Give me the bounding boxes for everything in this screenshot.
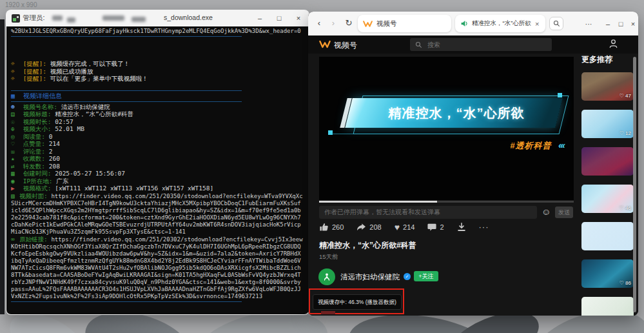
sidebar-scrollbar[interactable] bbox=[633, 57, 636, 312]
annotation-highlight-box bbox=[309, 288, 404, 314]
reminder-text: 视频缓存完成，可以下载了！ bbox=[50, 60, 130, 67]
divider bbox=[11, 301, 242, 302]
back-button[interactable]: ‹ bbox=[313, 17, 325, 29]
recommended-video-thumbnail[interactable]: ♡ 86 bbox=[581, 259, 634, 288]
account-avatar[interactable] bbox=[318, 268, 335, 285]
profile-icon[interactable] bbox=[609, 39, 618, 48]
bulb-icon: ☼ bbox=[11, 75, 19, 83]
section-title: 视频详细信息 bbox=[23, 92, 62, 99]
tab-search-button[interactable] bbox=[549, 17, 563, 30]
detail-value: [xWT111 xWT112 xWT113 xWT156 xWT157 xWT1… bbox=[55, 185, 213, 192]
detail-value: 清远市妇幼保健院 bbox=[61, 103, 110, 110]
detail-value: 精准控水，“水”心所欲#科普 bbox=[55, 110, 133, 117]
terminal-title-admin: 管理员: bbox=[23, 14, 44, 23]
video-detail-row: ★ 收藏数: 260 bbox=[11, 155, 304, 163]
tab-close-icon[interactable]: × bbox=[535, 20, 539, 28]
detail-icon: ♡ bbox=[11, 140, 19, 148]
video-timestamp: 15天前 bbox=[319, 253, 338, 261]
heart-icon: ♥ bbox=[395, 223, 400, 232]
terminal-output[interactable]: %2BUx1JGLSEQRxGBnQryUEyp68FaFjayHksck1TD… bbox=[6, 26, 309, 314]
source-url-line: ∞原始链接: https://finder.video.qq.com/251/2… bbox=[11, 236, 304, 300]
video-title: 精准控水，“水”心所欲#科普 bbox=[319, 240, 416, 251]
like-action[interactable]: 260 bbox=[319, 222, 344, 232]
video-detail-row: ✉ 评论量: 2 bbox=[11, 148, 304, 156]
emoji-button[interactable]: ☺ bbox=[542, 207, 551, 217]
detail-label: 阅读量: bbox=[23, 133, 49, 140]
thumbs-up-icon bbox=[319, 222, 329, 232]
minimize-button[interactable]: – bbox=[602, 18, 614, 30]
banner-corner-square bbox=[558, 93, 562, 97]
download-action[interactable] bbox=[457, 223, 466, 232]
detail-value: 214 bbox=[49, 140, 60, 147]
audio-speaker-icon bbox=[460, 19, 469, 28]
close-button[interactable]: × bbox=[291, 13, 306, 24]
detail-icon: ☉ bbox=[11, 118, 19, 126]
terminal-url-fragment: %2BUx1JGLSEQRxGBnQryUEyp68FaFjayHksck1TD… bbox=[11, 28, 304, 35]
close-button[interactable]: × bbox=[627, 18, 638, 30]
detail-icon: ✉ bbox=[11, 148, 19, 156]
recommended-video-thumbnail[interactable] bbox=[581, 297, 634, 316]
section-header: ▦ 视频详细信息 bbox=[11, 92, 304, 100]
comment-count: 2 bbox=[440, 223, 444, 231]
reminder-label: [提醒]: bbox=[23, 60, 46, 67]
cover-url-line: ▧视频封面: https://finder.video.qq.com/251/2… bbox=[11, 192, 304, 236]
account-name[interactable]: 清远市妇幼保健院 bbox=[340, 272, 400, 282]
thumbnail-like-count: ♡ 47 bbox=[620, 93, 631, 99]
reminder-label: [提醒]: bbox=[23, 68, 46, 75]
comment-action[interactable]: 2 bbox=[427, 223, 444, 232]
minimize-button[interactable]: – bbox=[252, 13, 268, 24]
follow-button[interactable]: +关注 bbox=[414, 271, 438, 281]
hospital-logo-icon bbox=[322, 272, 331, 281]
recommended-video-thumbnail[interactable] bbox=[581, 147, 634, 176]
detail-icon: ☻ bbox=[11, 103, 19, 111]
detail-value: 广东 bbox=[56, 177, 68, 185]
recommended-video-thumbnail[interactable]: ♡ 47 bbox=[581, 72, 634, 101]
channels-logo-icon bbox=[363, 20, 373, 28]
detail-label: 收藏数: bbox=[23, 155, 49, 162]
video-detail-row: ▦ 创建时间: 2025-05-27 15:56:07 bbox=[11, 170, 304, 177]
browser-window: ‹ › ↻ 视频号 精准控水，“水”心所欲#科普 × bbox=[308, 12, 638, 316]
terminal-window: 管理员: s_download.exe – □ × %2BUx1JGLSEQRx… bbox=[6, 10, 309, 315]
detail-icon: ▶ bbox=[11, 185, 19, 192]
search-input[interactable] bbox=[426, 41, 532, 49]
cover-url: https://finder.video.qq.com/251/20350/st… bbox=[11, 193, 303, 235]
more-action[interactable]: ··· bbox=[479, 222, 489, 232]
terminal-titlebar[interactable]: 管理员: s_download.exe – □ × bbox=[6, 10, 309, 26]
heart-action[interactable]: ♥ 214 bbox=[395, 223, 415, 232]
channels-search-box[interactable] bbox=[410, 38, 552, 51]
detail-value: 208 bbox=[49, 163, 60, 170]
detail-label: 评论量: bbox=[23, 148, 49, 155]
reminder-line: ☼ [提醒]: 视频已成功播放 bbox=[11, 68, 304, 76]
search-icon bbox=[553, 20, 560, 27]
banner-tag-row: #透析科普 ‹‹‹ bbox=[319, 139, 564, 152]
banner-hashtag: #透析科普 bbox=[510, 141, 551, 150]
more-menu-button[interactable]: ··· bbox=[583, 18, 594, 30]
reminder-line: ☼ [提醒]: 可以在「更多」菜单中下载视频啦！ bbox=[11, 75, 304, 83]
tab-channels-home[interactable]: 视频号 bbox=[358, 15, 451, 32]
detail-icon: ⇄ bbox=[11, 163, 19, 170]
maximize-button[interactable]: □ bbox=[271, 13, 287, 24]
refresh-button[interactable]: ↻ bbox=[343, 17, 355, 29]
share-action[interactable]: 208 bbox=[356, 223, 381, 232]
reminder-text: 视频已成功播放 bbox=[50, 68, 93, 75]
danmaku-input[interactable]: 作者已停用弹幕，暂无法观看和发送弹幕 bbox=[319, 206, 537, 219]
detail-label: 创建时间: bbox=[23, 170, 55, 177]
video-progress-bar[interactable] bbox=[319, 201, 574, 203]
maximize-button[interactable]: □ bbox=[615, 18, 627, 30]
tab-video-page[interactable]: 精准控水，“水”心所欲#科普 × bbox=[455, 15, 545, 32]
like-count: 260 bbox=[332, 223, 344, 231]
search-icon bbox=[415, 41, 422, 48]
action-bar: 260 208 ♥ 214 2 bbox=[319, 222, 502, 232]
share-count: 208 bbox=[369, 223, 381, 231]
video-detail-row: ☉ 视频时长: 02:57 bbox=[11, 118, 304, 126]
recommended-video-thumbnail[interactable]: ♡ 12 bbox=[581, 110, 634, 138]
send-button[interactable]: 发送 bbox=[555, 207, 573, 218]
reminder-label: [提醒]: bbox=[23, 75, 46, 82]
recommended-video-thumbnail[interactable] bbox=[581, 222, 634, 250]
detail-value: 260 bbox=[49, 155, 60, 162]
detail-value: 2025-05-27 15:56:07 bbox=[55, 170, 125, 177]
comment-bubble-icon bbox=[427, 223, 436, 232]
recommended-video-thumbnail[interactable]: ♡ 46 bbox=[581, 185, 634, 213]
video-player[interactable]: 精准控水，“水”心所欲 #透析科普 ‹‹‹ bbox=[319, 57, 574, 200]
forward-button[interactable]: › bbox=[327, 17, 339, 29]
